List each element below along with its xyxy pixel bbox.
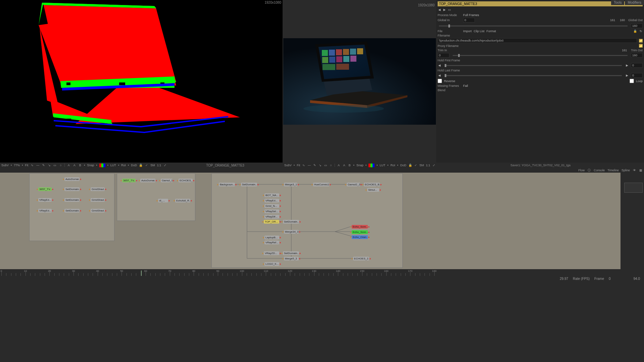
pen-icon-r[interactable]: ✎	[313, 164, 316, 167]
hold-last-left-icon[interactable]: ◀	[438, 74, 441, 77]
flow-node[interactable]: Merge3_1	[284, 183, 297, 186]
flow-node[interactable]: GrndShad...	[91, 209, 105, 213]
flow-node[interactable]: LOGO_K...	[264, 262, 279, 266]
snap-button[interactable]: Snap	[87, 164, 94, 167]
flow-node[interactable]: VRayEd...	[38, 198, 52, 202]
lut-button[interactable]: LUT	[110, 164, 116, 167]
flow-node[interactable]: 3657_TV...	[122, 179, 136, 182]
global-in-input[interactable]	[463, 18, 475, 22]
flow-node[interactable]: Echo_Scre...	[352, 230, 368, 234]
flow-node[interactable]: HueCurves1...	[313, 183, 329, 186]
lock-icon-r[interactable]: 🔒	[408, 164, 412, 167]
circle-icon-r[interactable]: ○	[329, 164, 333, 167]
flow-node[interactable]: Simul...	[367, 188, 379, 192]
flow-node[interactable]: Echofull_R...	[175, 199, 190, 202]
flow-node[interactable]: SetDomain...	[64, 198, 80, 202]
trim-in-input[interactable]	[438, 53, 449, 58]
flow-node[interactable]: TOP_OR...	[264, 220, 279, 224]
flow-node[interactable]: VRayRef...	[264, 241, 279, 244]
flow-node[interactable]: ECHOES_...	[179, 179, 193, 182]
flow-node[interactable]: BOT_NA...	[264, 193, 279, 197]
flow-node[interactable]: SetDomain...	[64, 187, 80, 191]
flow-node[interactable]: VRayDif...	[264, 215, 279, 219]
ratio-button[interactable]: 1:1	[157, 164, 161, 167]
hold-first-left-icon[interactable]: ◀	[438, 64, 441, 67]
bold-icon-r[interactable]: B	[348, 164, 351, 167]
grid-icon[interactable]: ▦	[639, 169, 643, 172]
refresh-icon[interactable]: ↻	[639, 29, 643, 33]
cliplist-button[interactable]: Clip List	[474, 29, 485, 33]
arrow-icon[interactable]: ↘	[47, 164, 51, 167]
trim-slider[interactable]	[453, 55, 628, 56]
flow-node[interactable]: AutoDomai...	[64, 177, 80, 181]
flow-node[interactable]: dl_...	[158, 199, 168, 202]
flow-panel-3[interactable]: Backgroun...SetDomain...Merge3_1HueCurve…	[211, 173, 621, 269]
flow-panel-1[interactable]: 3657_TV...AutoDomai...SetDomain...GrndSh…	[1, 173, 115, 269]
flow-tab[interactable]: Flow	[578, 169, 585, 172]
eye-icon[interactable]: 👁	[633, 169, 636, 172]
text-a-icon[interactable]: A	[67, 164, 70, 167]
circle-icon[interactable]: ○	[59, 164, 62, 167]
line-icon[interactable]: —	[36, 164, 40, 167]
flow-node[interactable]: Merge5_3	[284, 257, 299, 260]
flow-node[interactable]: ECHOES_2...	[353, 257, 369, 260]
flow-node[interactable]: Grnd_N...	[264, 204, 279, 208]
rect-icon[interactable]: ▭	[53, 164, 57, 167]
sm-button[interactable]: SM	[150, 164, 155, 167]
timeline[interactable]: 0102030405060708090100110120130140150160…	[0, 269, 644, 276]
lut-button-r[interactable]: LUT	[380, 164, 385, 167]
loop-checkbox[interactable]	[630, 79, 634, 83]
flow-node[interactable]: GrndShad...	[91, 187, 105, 191]
prev-tool-icon[interactable]: ◀	[438, 8, 441, 11]
flow-node[interactable]: SetDomain...	[64, 209, 80, 213]
hold-first-right-icon[interactable]: ▶	[625, 64, 629, 67]
flow-node[interactable]: VRayZD...	[264, 251, 279, 255]
timeline-tab[interactable]: Timeline	[607, 169, 619, 172]
color-swatches-r[interactable]	[368, 164, 375, 167]
tab-modifiers[interactable]: Modifiers	[625, 0, 644, 5]
text-a2-icon-r[interactable]: A	[342, 164, 346, 167]
fit-button[interactable]: Fit	[25, 164, 28, 167]
subv-button-r[interactable]: SubV	[284, 164, 292, 167]
flow-node[interactable]: SetDomain...	[283, 220, 299, 224]
viewer-right[interactable]: 1920x1080	[283, 38, 436, 125]
check-icon[interactable]: ✓	[145, 164, 148, 167]
hold-last-slider[interactable]	[445, 75, 622, 76]
wave-icon[interactable]: ∿	[30, 164, 34, 167]
global-range-slider[interactable]	[439, 25, 628, 26]
flow-node[interactable]: Echo_Oran...	[352, 235, 368, 239]
flow-node[interactable]: SetDomain...	[241, 183, 257, 186]
flow-node[interactable]: Echo_Scre...	[352, 225, 368, 229]
flow-node[interactable]: Backgroun...	[219, 183, 235, 186]
hold-first-slider[interactable]	[445, 65, 622, 66]
flow-node[interactable]: VRayEd...	[264, 199, 279, 202]
zoom-label[interactable]: 77%	[14, 164, 20, 167]
flow-node[interactable]: 3657_TV...	[38, 187, 52, 191]
browse-proxy-icon[interactable]: 📁	[639, 44, 643, 48]
next-tool-icon[interactable]: ▶	[443, 8, 446, 11]
text-a2-icon[interactable]: A	[72, 164, 76, 167]
lock-icon[interactable]: 🔒	[633, 29, 637, 33]
passthrough-icon[interactable]: ▭	[448, 8, 451, 11]
lock-icon[interactable]: 🔒	[139, 164, 143, 167]
dod-button[interactable]: DoD	[131, 164, 137, 167]
flow-node[interactable]: AutoDomai...	[140, 179, 155, 182]
flow-panel-2[interactable]: 3657_TV...AutoDomai...Gamut_1ECHOES_...d…	[116, 173, 210, 269]
process-mode-value[interactable]: Full Frames	[463, 13, 479, 17]
spline-tab[interactable]: Spline	[622, 169, 630, 172]
filename-input[interactable]	[438, 38, 637, 43]
flow-node[interactable]: Merge34_3	[284, 230, 299, 234]
snap-button-r[interactable]: Snap	[356, 164, 363, 167]
flow-node[interactable]: SetDomain...	[283, 251, 299, 255]
playhead[interactable]	[141, 270, 142, 276]
text-a-icon-r[interactable]: A	[337, 164, 340, 167]
roi-button-r[interactable]: RoI	[390, 164, 395, 167]
flow-node[interactable]: GrndShad...	[91, 198, 105, 202]
global-out-input[interactable]	[631, 23, 643, 28]
browse-icon[interactable]: 📁	[639, 39, 643, 43]
sm-button-r[interactable]: SM	[419, 164, 424, 167]
check-icon-r[interactable]: ✓	[414, 164, 417, 167]
arrow-icon-r[interactable]: ↘	[318, 164, 322, 167]
console-tab[interactable]: Console	[594, 169, 605, 172]
tab-tools[interactable]: Tools	[611, 0, 624, 5]
